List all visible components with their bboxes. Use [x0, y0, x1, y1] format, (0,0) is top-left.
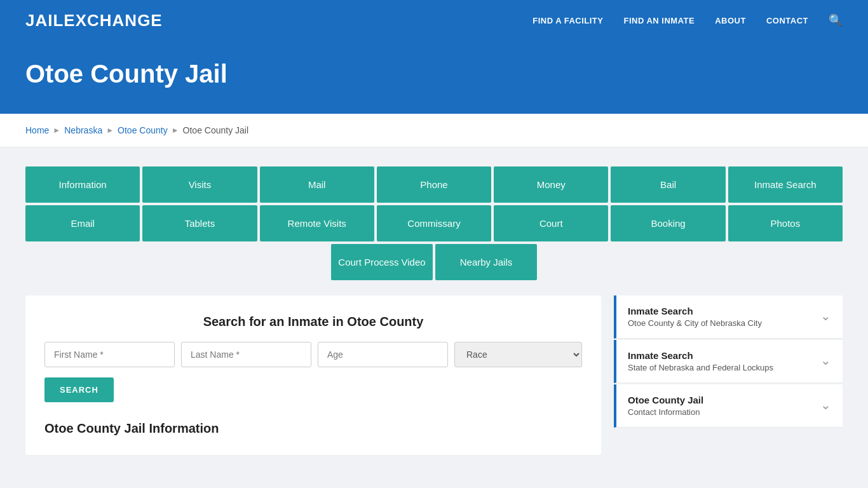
- sidebar-item-3[interactable]: Otoe County Jail Contact Information ⌄: [614, 384, 843, 428]
- search-button[interactable]: SEARCH: [44, 377, 114, 402]
- hero-section: Otoe County Jail: [0, 41, 868, 114]
- breadcrumb-home[interactable]: Home: [25, 125, 49, 135]
- logo: JAILEXCHANGE: [25, 11, 163, 30]
- sidebar-item-1-text: Inmate Search Otoe County & City of Nebr…: [628, 306, 762, 328]
- info-heading: Otoe County Jail Information: [44, 421, 582, 436]
- btn-booking[interactable]: Booking: [611, 205, 725, 241]
- header: JAILEXCHANGE FIND A FACILITY FIND AN INM…: [0, 0, 868, 41]
- logo-jail: JAIL: [25, 11, 64, 30]
- chevron-down-icon-3: ⌄: [820, 397, 831, 412]
- sidebar-item-1-subtitle: Otoe County & City of Nebraska City: [628, 318, 762, 328]
- breadcrumb-sep-3: ►: [172, 126, 179, 135]
- btn-tablets[interactable]: Tablets: [142, 205, 257, 241]
- btn-court-process-video[interactable]: Court Process Video: [331, 244, 433, 280]
- breadcrumb-sep-2: ►: [106, 126, 114, 135]
- search-icon[interactable]: 🔍: [829, 13, 843, 27]
- page-title: Otoe County Jail: [25, 60, 843, 88]
- nav-buttons-row2: Email Tablets Remote Visits Commissary C…: [25, 205, 843, 241]
- first-name-input[interactable]: [44, 342, 175, 367]
- nav-about[interactable]: ABOUT: [715, 16, 746, 25]
- nav-buttons-row1: Information Visits Mail Phone Money Bail…: [25, 166, 843, 203]
- sidebar-item-2-title: Inmate Search: [628, 350, 773, 361]
- sidebar-item-1-title: Inmate Search: [628, 306, 762, 316]
- nav-contact[interactable]: CONTACT: [766, 16, 808, 25]
- chevron-down-icon-1: ⌄: [820, 308, 831, 323]
- nav-find-inmate[interactable]: FIND AN INMATE: [623, 16, 695, 25]
- sidebar-item-2[interactable]: Inmate Search State of Nebraska and Fede…: [614, 340, 843, 383]
- search-fields: Race: [44, 342, 582, 367]
- btn-phone[interactable]: Phone: [377, 166, 491, 203]
- btn-visits[interactable]: Visits: [142, 166, 257, 203]
- sidebar-item-2-text: Inmate Search State of Nebraska and Fede…: [628, 350, 773, 372]
- btn-photos[interactable]: Photos: [728, 205, 843, 241]
- breadcrumb-current: Otoe County Jail: [183, 125, 249, 135]
- btn-email[interactable]: Email: [25, 205, 140, 241]
- info-section: Otoe County Jail Information: [44, 402, 582, 436]
- btn-court[interactable]: Court: [494, 205, 608, 241]
- sidebar-item-2-subtitle: State of Nebraska and Federal Lockups: [628, 363, 773, 372]
- sidebar-item-1[interactable]: Inmate Search Otoe County & City of Nebr…: [614, 295, 843, 339]
- btn-mail[interactable]: Mail: [260, 166, 374, 203]
- nav: FIND A FACILITY FIND AN INMATE ABOUT CON…: [532, 13, 843, 27]
- search-title: Search for an Inmate in Otoe County: [44, 315, 582, 329]
- breadcrumb-otoe-county[interactable]: Otoe County: [118, 125, 168, 135]
- breadcrumb: Home ► Nebraska ► Otoe County ► Otoe Cou…: [0, 114, 868, 147]
- breadcrumb-sep-1: ►: [53, 126, 60, 135]
- sidebar-item-3-text: Otoe County Jail Contact Information: [628, 395, 703, 417]
- sidebar: Inmate Search Otoe County & City of Nebr…: [614, 295, 843, 429]
- main-content: Information Visits Mail Phone Money Bail…: [0, 147, 868, 488]
- btn-information[interactable]: Information: [25, 166, 140, 203]
- btn-inmate-search[interactable]: Inmate Search: [728, 166, 843, 203]
- nav-find-facility[interactable]: FIND A FACILITY: [532, 16, 603, 25]
- breadcrumb-nebraska[interactable]: Nebraska: [64, 125, 102, 135]
- btn-remote-visits[interactable]: Remote Visits: [260, 205, 374, 241]
- btn-nearby-jails[interactable]: Nearby Jails: [435, 244, 537, 280]
- chevron-down-icon-2: ⌄: [820, 353, 831, 368]
- nav-buttons-row3: Court Process Video Nearby Jails: [25, 244, 843, 280]
- btn-money[interactable]: Money: [494, 166, 608, 203]
- search-panel: Search for an Inmate in Otoe County Race…: [25, 295, 601, 455]
- age-input[interactable]: [318, 342, 448, 367]
- btn-commissary[interactable]: Commissary: [377, 205, 491, 241]
- sidebar-item-3-subtitle: Contact Information: [628, 407, 703, 417]
- btn-bail[interactable]: Bail: [611, 166, 725, 203]
- race-select[interactable]: Race: [454, 342, 582, 367]
- sidebar-item-3-title: Otoe County Jail: [628, 395, 703, 405]
- content-row: Search for an Inmate in Otoe County Race…: [25, 295, 843, 455]
- logo-exchange: EXCHANGE: [64, 11, 162, 30]
- last-name-input[interactable]: [181, 342, 311, 367]
